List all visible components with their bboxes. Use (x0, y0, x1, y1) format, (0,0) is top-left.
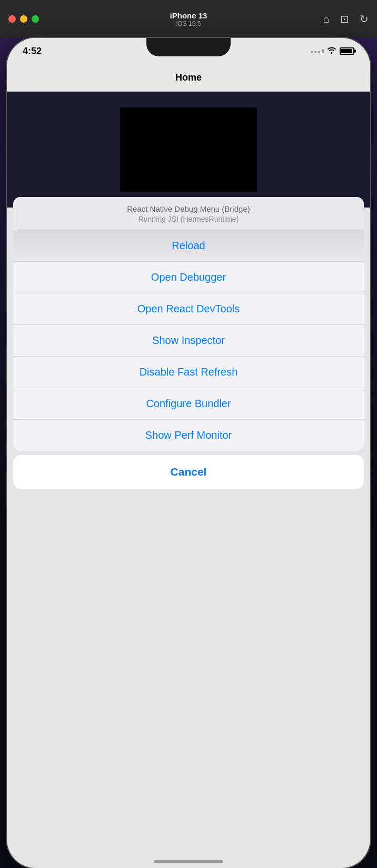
debug-menu-title: React Native Debug Menu (Bridge) (24, 204, 353, 213)
reload-button[interactable]: Reload (13, 230, 364, 262)
home-icon[interactable]: ⌂ (323, 13, 330, 25)
title-bar-icons: ⌂ ⊡ ↻ (323, 13, 369, 25)
signal-dot-3 (318, 51, 320, 53)
screenshot-icon[interactable]: ⊡ (340, 13, 349, 25)
open-debugger-label: Open Debugger (151, 271, 226, 283)
debug-menu-subtitle: Running JSI (HermesRuntime) (24, 215, 353, 223)
battery-icon (340, 47, 354, 55)
phone-frame: 4:52 (7, 38, 370, 868)
debug-menu-card: React Native Debug Menu (Bridge) Running… (13, 197, 364, 451)
maximize-button[interactable] (32, 15, 39, 23)
cancel-card: Cancel (13, 455, 364, 489)
title-info: iPhone 13 iOS 15.5 (170, 11, 207, 27)
disable-fast-refresh-label: Disable Fast Refresh (140, 366, 238, 378)
status-right (311, 46, 354, 56)
nav-bar: Home (7, 64, 370, 92)
home-indicator (154, 860, 223, 863)
notch (146, 38, 231, 56)
debug-overlay: React Native Debug Menu (Bridge) Running… (7, 197, 370, 868)
disable-fast-refresh-button[interactable]: Disable Fast Refresh (13, 357, 364, 388)
device-name: iPhone 13 (170, 11, 207, 20)
cancel-label: Cancel (171, 466, 207, 478)
close-button[interactable] (8, 15, 16, 23)
app-content (7, 92, 370, 208)
open-debugger-button[interactable]: Open Debugger (13, 262, 364, 293)
configure-bundler-label: Configure Bundler (146, 398, 231, 409)
reload-label: Reload (172, 240, 205, 251)
debug-menu-header: React Native Debug Menu (Bridge) Running… (13, 197, 364, 230)
rotate-icon[interactable]: ↻ (360, 13, 369, 25)
show-perf-monitor-button[interactable]: Show Perf Monitor (13, 420, 364, 451)
status-time: 4:52 (23, 46, 42, 57)
cancel-button[interactable]: Cancel (13, 455, 364, 489)
signal-icon (311, 49, 324, 53)
signal-dot-2 (314, 51, 316, 53)
title-bar: iPhone 13 iOS 15.5 ⌂ ⊡ ↻ (0, 0, 377, 38)
configure-bundler-button[interactable]: Configure Bundler (13, 388, 364, 420)
nav-title: Home (175, 72, 202, 83)
minimize-button[interactable] (20, 15, 27, 23)
open-devtools-button[interactable]: Open React DevTools (13, 293, 364, 325)
wifi-icon (327, 46, 336, 56)
show-perf-monitor-label: Show Perf Monitor (145, 429, 232, 441)
open-devtools-label: Open React DevTools (137, 303, 240, 314)
show-inspector-label: Show Inspector (152, 334, 225, 346)
traffic-lights (8, 15, 39, 23)
signal-dot-4 (322, 49, 324, 53)
os-version: iOS 15.5 (170, 20, 207, 27)
signal-dot-1 (311, 51, 313, 53)
show-inspector-button[interactable]: Show Inspector (13, 325, 364, 357)
phone-area: 4:52 (0, 38, 377, 868)
video-area (120, 107, 257, 192)
battery-fill (341, 49, 352, 53)
